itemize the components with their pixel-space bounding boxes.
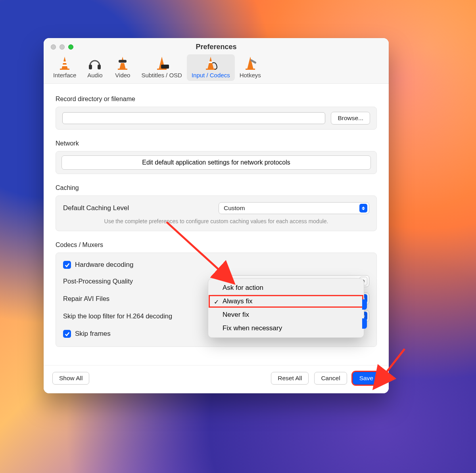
svg-rect-11	[157, 69, 167, 70]
annotation-arrow-save	[357, 345, 413, 402]
hardware-decoding-checkbox[interactable]	[63, 261, 71, 269]
loop-filter-label: Skip the loop filter for H.264 decoding	[63, 312, 172, 320]
preferences-window: Preferences Interface Audio Video	[44, 38, 389, 393]
svg-rect-3	[62, 65, 67, 66]
tab-video[interactable]: Video	[109, 54, 136, 81]
show-all-button[interactable]: Show All	[52, 372, 89, 385]
tab-label: Hotkeys	[240, 72, 261, 79]
cone-tools-icon	[241, 56, 259, 70]
cone-glasses-icon	[113, 56, 132, 70]
svg-rect-7	[118, 69, 127, 70]
svg-marker-16	[247, 57, 253, 69]
tab-label: Input / Codecs	[192, 72, 230, 79]
skip-frames-checkbox[interactable]	[63, 330, 71, 338]
repair-avi-label: Repair AVI Files	[63, 295, 109, 303]
select-stepper-icon	[362, 318, 367, 329]
tab-hotkeys[interactable]: Hotkeys	[235, 54, 266, 81]
tab-label: Audio	[87, 72, 102, 79]
tab-interface[interactable]: Interface	[48, 54, 81, 81]
tab-label: Interface	[53, 72, 76, 79]
cone-icon	[56, 56, 74, 70]
svg-rect-2	[63, 61, 67, 63]
preferences-footer: Show All Reset All Cancel Save	[44, 365, 389, 393]
record-panel: Browse...	[56, 107, 377, 130]
select-stepper-icon	[362, 299, 367, 310]
window-toolbar: Preferences Interface Audio Video	[44, 38, 389, 84]
close-window-button[interactable]	[51, 44, 56, 50]
svg-rect-14	[206, 69, 215, 70]
skip-frames-label: Skip frames	[75, 330, 111, 338]
tab-audio[interactable]: Audio	[81, 54, 109, 81]
svg-rect-15	[209, 61, 213, 63]
tab-input-codecs[interactable]: Input / Codecs	[187, 54, 235, 81]
svg-rect-1	[60, 69, 69, 70]
headphones-icon	[86, 56, 104, 70]
check-icon	[64, 262, 70, 268]
check-icon: ✓	[214, 298, 219, 306]
minimize-window-button[interactable]	[60, 44, 65, 50]
zoom-window-button[interactable]	[68, 44, 73, 50]
caching-level-select[interactable]: Custom	[219, 202, 369, 214]
browse-button[interactable]: Browse...	[331, 112, 370, 124]
svg-rect-9	[119, 60, 127, 63]
record-path-input[interactable]	[62, 112, 325, 124]
edit-network-protocols-button[interactable]: Edit default application settings for ne…	[61, 155, 371, 170]
menu-item-never-fix[interactable]: Never fix	[208, 308, 364, 322]
svg-rect-12	[161, 65, 169, 69]
select-stepper-icon	[359, 204, 367, 213]
svg-rect-4	[89, 65, 92, 69]
network-panel: Edit default application settings for ne…	[56, 151, 377, 174]
cone-cable-icon	[202, 56, 220, 70]
hardware-decoding-label: Hardware decoding	[75, 261, 133, 269]
cancel-button[interactable]: Cancel	[314, 372, 347, 385]
check-icon	[64, 331, 70, 337]
record-section-label: Record directory or filename	[56, 96, 377, 103]
reset-all-button[interactable]: Reset All	[271, 372, 309, 385]
tab-subtitles[interactable]: Subtitles / OSD	[136, 54, 187, 81]
caching-section-label: Caching	[56, 184, 377, 191]
tab-label: Subtitles / OSD	[141, 72, 182, 79]
menu-item-label: Never fix	[223, 311, 249, 319]
window-traffic-lights	[51, 44, 73, 50]
svg-rect-5	[98, 65, 101, 69]
cone-board-icon	[153, 56, 171, 70]
window-title: Preferences	[44, 42, 389, 54]
menu-item-fix-when-necessary[interactable]: Fix when necessary	[208, 322, 364, 335]
svg-line-20	[374, 349, 405, 389]
menu-item-label: Fix when necessary	[223, 324, 282, 332]
post-processing-label: Post-Processing Quality	[63, 278, 133, 285]
annotation-arrow-menu	[163, 218, 258, 299]
caching-level-value: Custom	[224, 205, 245, 212]
svg-line-19	[167, 222, 234, 283]
tab-label: Video	[115, 72, 130, 79]
network-section-label: Network	[56, 140, 377, 147]
svg-rect-17	[246, 69, 255, 70]
toolbar-tabs: Interface Audio Video Subtitles / OSD	[44, 54, 389, 83]
caching-level-label: Default Caching Level	[63, 204, 129, 212]
